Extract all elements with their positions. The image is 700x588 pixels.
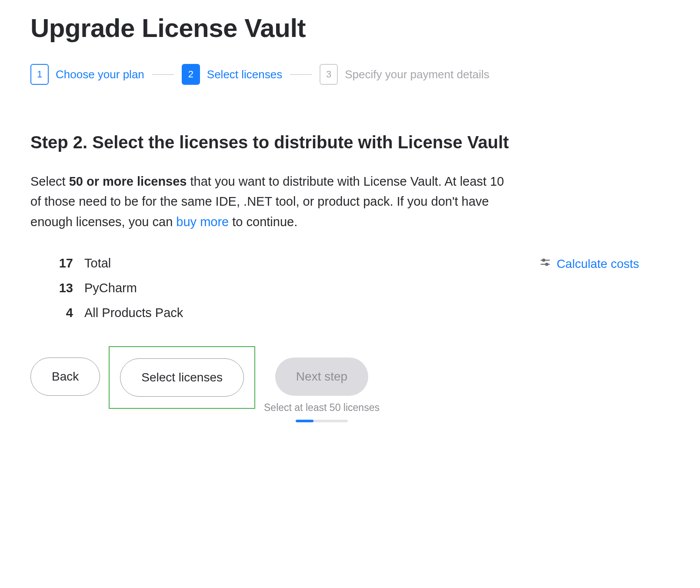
stepper-step-1-num: 1 <box>30 64 49 85</box>
calculate-costs-label: Calculate costs <box>557 257 639 271</box>
license-counts: 17 Total 13 PyCharm 4 All Products Pack <box>51 256 183 320</box>
select-licenses-highlight: Select licenses <box>109 346 255 409</box>
stepper-step-1-label: Choose your plan <box>56 68 144 81</box>
button-row: Back Select licenses Next step Select at… <box>30 346 670 422</box>
select-licenses-button[interactable]: Select licenses <box>120 358 244 397</box>
desc-pre: Select <box>30 174 69 188</box>
license-total-num: 17 <box>51 256 73 271</box>
stepper-step-1[interactable]: 1 Choose your plan <box>30 64 144 85</box>
stepper-step-3: 3 Specify your payment details <box>320 64 489 85</box>
calculate-costs-link[interactable]: Calculate costs <box>539 256 639 271</box>
stepper-step-2-num: 2 <box>182 64 200 85</box>
page-title: Upgrade License Vault <box>30 13 670 43</box>
step-description: Select 50 or more licenses that you want… <box>30 171 504 232</box>
buy-more-link[interactable]: buy more <box>176 215 229 229</box>
step-heading: Step 2. Select the licenses to distribut… <box>30 133 670 152</box>
stepper-step-3-label: Specify your payment details <box>345 68 489 81</box>
svg-point-3 <box>546 263 548 265</box>
license-item-label: PyCharm <box>84 281 137 295</box>
license-total-row: 17 Total <box>51 256 183 271</box>
stepper-step-2-label: Select licenses <box>207 68 282 81</box>
stepper-step-3-num: 3 <box>320 64 338 85</box>
back-button[interactable]: Back <box>30 357 100 396</box>
license-total-label: Total <box>84 256 111 271</box>
desc-bold: 50 or more licenses <box>69 174 187 188</box>
license-item-row: 13 PyCharm <box>51 281 183 295</box>
stepper-connector <box>152 74 174 75</box>
sliders-icon <box>539 256 551 271</box>
stepper-step-2[interactable]: 2 Select licenses <box>182 64 282 85</box>
progress-fill <box>296 420 313 422</box>
stepper-connector <box>290 74 312 75</box>
license-item-num: 13 <box>51 281 73 295</box>
license-item-label: All Products Pack <box>84 306 183 320</box>
next-step-button: Next step <box>275 357 368 396</box>
progress-bar <box>296 420 348 422</box>
license-item-num: 4 <box>51 306 73 320</box>
stepper: 1 Choose your plan 2 Select licenses 3 S… <box>30 64 670 85</box>
min-licenses-hint: Select at least 50 licenses <box>264 402 380 414</box>
svg-point-1 <box>543 259 545 261</box>
desc-post: to continue. <box>229 215 297 229</box>
license-item-row: 4 All Products Pack <box>51 306 183 320</box>
